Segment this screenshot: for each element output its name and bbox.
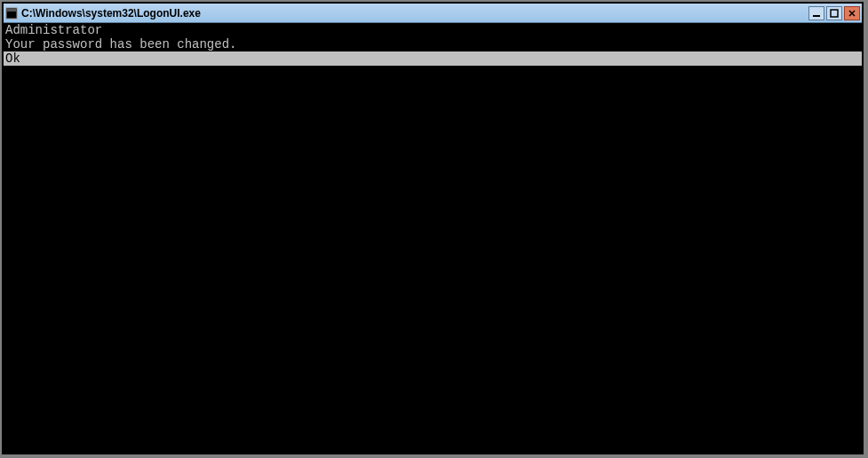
console-line: Administrator: [4, 23, 862, 37]
svg-rect-2: [813, 15, 820, 17]
maximize-button[interactable]: [826, 6, 842, 20]
close-button[interactable]: [844, 6, 860, 20]
console-line: Your password has been changed.: [4, 37, 862, 51]
console-area[interactable]: AdministratorYour password has been chan…: [4, 23, 862, 453]
minimize-button[interactable]: [808, 6, 824, 20]
titlebar[interactable]: C:\Windows\system32\LogonUI.exe: [4, 4, 862, 23]
window-title: C:\Windows\system32\LogonUI.exe: [21, 7, 808, 20]
window-controls: [808, 6, 860, 20]
app-icon: [5, 7, 18, 20]
svg-rect-1: [7, 9, 16, 12]
console-line-selected[interactable]: Ok: [4, 51, 862, 66]
svg-rect-3: [831, 10, 838, 17]
console-window: C:\Windows\system32\LogonUI.exe Administ…: [2, 2, 864, 454]
